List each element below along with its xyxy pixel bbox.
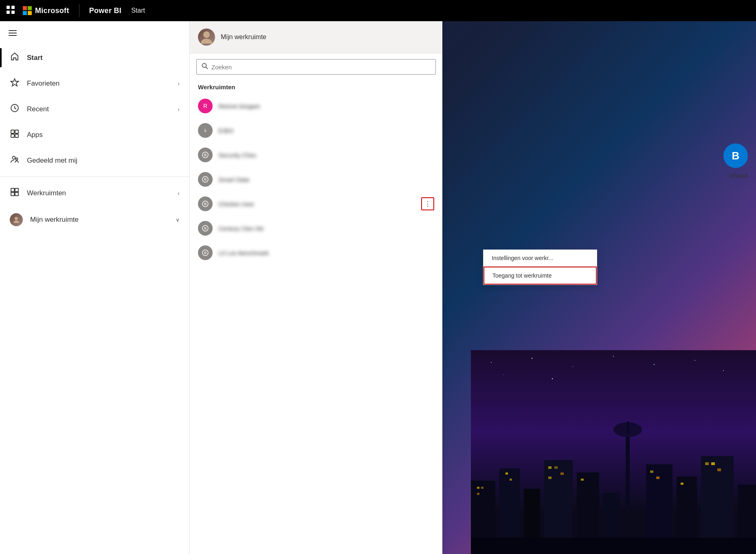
workspace-item-5[interactable]: Chicken Inee ⋮ <box>190 192 442 216</box>
main-layout: Start Favorieten › <box>0 21 756 554</box>
chevron-left-icon: ‹ <box>178 190 180 196</box>
svg-rect-11 <box>11 134 14 137</box>
svg-rect-47 <box>510 479 512 481</box>
apps-grid-icon[interactable] <box>7 6 15 16</box>
sidebar-item-mijn-werkruimte-label: Mijn werkruimte <box>30 216 168 224</box>
sidebar-item-gedeeld[interactable]: Gedeeld met mij <box>0 148 189 173</box>
workspace-name-3: Security Chex <box>218 152 434 159</box>
workspace-section-title: Werkruimten <box>190 80 442 94</box>
workspace-icon-5 <box>198 196 213 211</box>
svg-rect-58 <box>717 468 721 471</box>
svg-point-61 <box>202 64 207 68</box>
sidebar-item-favorieten[interactable]: Favorieten › <box>0 71 189 96</box>
search-icon <box>202 63 208 71</box>
workspace-search-box[interactable] <box>196 59 436 75</box>
svg-line-62 <box>206 67 208 69</box>
svg-rect-0 <box>7 6 10 9</box>
svg-rect-16 <box>15 188 18 192</box>
sidebar-toggle-button[interactable] <box>0 21 189 45</box>
svg-rect-51 <box>548 477 552 479</box>
workspace-item-3[interactable]: Security Chex <box>190 143 442 167</box>
svg-point-26 <box>694 360 695 361</box>
svg-rect-50 <box>560 472 564 475</box>
svg-rect-46 <box>505 472 508 475</box>
workspace-name-5: Chicken Inee <box>218 201 415 207</box>
context-menu-access[interactable]: Toegang tot werkruimte <box>483 267 597 285</box>
sidebar-item-start[interactable]: Start <box>0 45 189 71</box>
sidebar-item-favorieten-label: Favorieten <box>27 79 170 88</box>
workspace-more-button[interactable]: ⋮ <box>421 197 434 210</box>
workspace-icon-2: ii <box>198 123 213 138</box>
svg-rect-44 <box>481 487 483 489</box>
page-name: Start <box>131 7 145 14</box>
svg-point-25 <box>654 364 655 365</box>
svg-point-19 <box>15 217 18 220</box>
sidebar-item-werkruimten-label: Werkruimten <box>27 189 170 197</box>
topbar-divider <box>79 4 79 17</box>
workspace-name-1: Reinne bregam <box>218 103 434 110</box>
shared-icon <box>10 155 20 166</box>
workspace-icon-7 <box>198 245 213 260</box>
brand-name: Microsoft <box>35 7 69 15</box>
sidebar-item-werkruimten[interactable]: Werkruimten ‹ <box>0 180 189 206</box>
apps-icon <box>10 129 20 140</box>
sidebar-item-gedeeld-label: Gedeeld met mij <box>27 157 180 165</box>
workspace-name-7: L0 Loc-benchmark <box>218 249 434 256</box>
svg-rect-30 <box>626 432 630 505</box>
context-menu-settings[interactable]: Instellingen voor werkr... <box>483 250 597 266</box>
product-name: Power BI <box>89 7 121 15</box>
svg-rect-9 <box>11 130 14 133</box>
svg-rect-54 <box>656 477 659 479</box>
svg-point-21 <box>491 362 492 363</box>
microsoft-logo: Microsoft <box>23 6 69 15</box>
workspace-name-6: Century Clen INI <box>218 225 434 232</box>
svg-point-13 <box>13 157 15 159</box>
svg-point-23 <box>572 366 573 367</box>
svg-rect-59 <box>471 538 756 554</box>
ms-logo-grid <box>23 6 32 15</box>
workspace-item-2[interactable]: ii E3E0 <box>190 118 442 143</box>
user-avatar-small <box>10 213 23 226</box>
sidebar-item-mijn-werkruimte[interactable]: Mijn werkruimte ∨ <box>0 206 189 234</box>
svg-point-29 <box>552 378 553 379</box>
svg-point-24 <box>613 356 614 357</box>
workspace-item-6[interactable]: Century Clen INI <box>190 216 442 241</box>
svg-point-14 <box>16 158 18 160</box>
sidebar-divider <box>0 177 189 177</box>
b-button[interactable]: B <box>723 143 748 168</box>
workspace-item-7[interactable]: L0 Loc-benchmark <box>190 241 442 265</box>
inhoud-label: nhoud <box>730 172 748 179</box>
workspace-item-4[interactable]: Smart Data <box>190 167 442 192</box>
sidebar-item-start-label: Start <box>27 54 180 62</box>
workspace-icon <box>10 188 20 199</box>
workspace-item-1[interactable]: R Reinne bregam <box>190 94 442 118</box>
svg-rect-52 <box>581 479 584 481</box>
home-icon <box>10 52 20 63</box>
svg-rect-43 <box>477 487 479 489</box>
workspace-icon-4 <box>198 172 213 187</box>
workspace-icon-6 <box>198 221 213 236</box>
svg-marker-7 <box>11 79 19 86</box>
sidebar-item-apps[interactable]: Apps <box>0 122 189 148</box>
svg-rect-1 <box>11 6 15 9</box>
svg-point-22 <box>532 358 532 359</box>
svg-rect-3 <box>11 11 15 14</box>
svg-rect-57 <box>711 462 715 465</box>
svg-rect-17 <box>11 192 14 196</box>
ms-logo-blue <box>23 11 27 15</box>
workspace-name-4: Smart Data <box>218 176 434 183</box>
svg-rect-53 <box>650 470 653 473</box>
dropdown-header: Mijn werkruimte <box>190 21 442 53</box>
sidebar-item-recent-label: Recent <box>27 105 170 113</box>
workspace-icon-1: R <box>198 99 213 113</box>
city-bg <box>471 350 756 554</box>
ms-logo-yellow <box>28 11 32 15</box>
workspace-search-input[interactable] <box>211 64 431 71</box>
svg-rect-12 <box>15 134 18 137</box>
svg-point-28 <box>503 374 503 375</box>
star-icon <box>10 78 20 89</box>
svg-point-60 <box>203 31 210 38</box>
ms-logo-red <box>23 6 27 10</box>
sidebar-item-recent[interactable]: Recent › <box>0 96 189 122</box>
sidebar: Start Favorieten › <box>0 21 190 554</box>
